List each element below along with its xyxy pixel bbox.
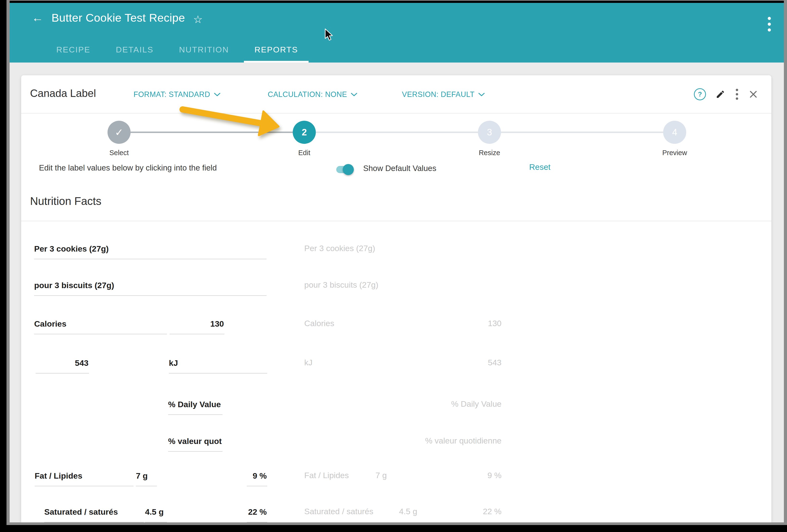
back-icon[interactable]: ← <box>32 12 43 24</box>
window-top-edge <box>9 1 784 3</box>
serving-en-input[interactable] <box>34 242 267 259</box>
toggle-label: Show Default Values <box>363 164 436 173</box>
report-title: Canada Label <box>30 87 96 99</box>
fat-dv-input[interactable] <box>247 469 267 486</box>
version-dropdown[interactable]: VERSION: DEFAULT <box>402 90 485 99</box>
satfat-amount-input[interactable] <box>145 506 167 523</box>
fat-dv-default: 9 % <box>334 470 502 480</box>
satfat-dv-default: 22 % <box>334 507 502 516</box>
kebab-icon[interactable] <box>735 88 739 101</box>
edit-hint-text: Edit the label values below by clicking … <box>39 163 217 172</box>
tab-recipe[interactable]: RECIPE <box>46 39 101 63</box>
canada-label-card: Canada Label FORMAT: STANDARD CALCULATIO… <box>21 75 771 523</box>
step-connector-3-4 <box>501 131 663 133</box>
daily-value-header-fr-input[interactable] <box>168 435 222 452</box>
calories-value-input[interactable] <box>170 317 225 334</box>
daily-value-header-en-input[interactable] <box>168 398 222 415</box>
mouse-cursor <box>324 28 334 42</box>
tab-details[interactable]: DETAILS <box>105 39 164 63</box>
section-title: Nutrition Facts <box>30 195 102 208</box>
card-header-icons: ? <box>694 88 758 101</box>
app-header: ← Butter Cookie Test Recipe ☆ RECIPE DET… <box>9 3 784 63</box>
header-kebab-icon[interactable] <box>766 15 772 33</box>
kj-label-default: kJ <box>304 358 313 367</box>
page-title: Butter Cookie Test Recipe <box>51 11 185 24</box>
calories-label-default: Calories <box>304 318 334 328</box>
tab-reports[interactable]: REPORTS <box>244 39 309 63</box>
tab-bar: RECIPE DETAILS NUTRITION REPORTS <box>46 39 309 63</box>
kj-label-input[interactable] <box>169 357 267 374</box>
step-4-preview-circle[interactable]: 4 <box>663 121 686 144</box>
screenshot-root: { "colors": { "header_teal": "#2aa2b0", … <box>0 0 787 532</box>
calories-label-input[interactable] <box>34 317 167 334</box>
app-window: ← Butter Cookie Test Recipe ☆ RECIPE DET… <box>9 3 784 523</box>
fat-amount-input[interactable] <box>136 469 157 486</box>
card-header: Canada Label FORMAT: STANDARD CALCULATIO… <box>21 75 771 113</box>
step-3-resize-circle[interactable]: 3 <box>478 121 501 144</box>
satfat-label-input[interactable] <box>44 506 144 523</box>
step-3-label: Resize <box>461 149 518 157</box>
tab-nutrition[interactable]: NUTRITION <box>168 39 239 63</box>
step-connector-2-3 <box>316 131 478 133</box>
title-row: ← Butter Cookie Test Recipe ☆ <box>32 11 203 24</box>
annotation-arrow <box>175 94 300 145</box>
calories-value-default: 130 <box>334 318 502 328</box>
section-divider <box>21 221 771 221</box>
step-2-label: Edit <box>275 149 333 157</box>
serving-en-default: Per 3 cookies (27g) <box>304 243 375 253</box>
close-icon[interactable] <box>749 90 758 99</box>
satfat-dv-input[interactable] <box>247 506 267 523</box>
step-1-select-circle[interactable]: ✓ <box>107 121 131 144</box>
serving-fr-default: pour 3 biscuits (27g) <box>304 280 378 290</box>
chevron-down-icon <box>351 92 357 97</box>
fat-label-input[interactable] <box>35 469 133 486</box>
daily-value-header-en-default: % Daily Value <box>334 399 502 409</box>
star-outline-icon[interactable]: ☆ <box>193 14 203 25</box>
daily-value-header-fr-default: % valeur quotidienne <box>334 436 502 445</box>
help-icon[interactable]: ? <box>694 88 706 100</box>
serving-fr-input[interactable] <box>34 279 267 296</box>
step-1-label: Select <box>90 149 148 157</box>
show-default-values-toggle[interactable] <box>336 166 353 173</box>
pencil-icon[interactable] <box>716 89 725 99</box>
step-4-label: Preview <box>646 149 704 157</box>
window-frame: ← Butter Cookie Test Recipe ☆ RECIPE DET… <box>6 0 787 525</box>
chevron-down-icon <box>478 92 485 97</box>
reset-button[interactable]: Reset <box>529 162 551 172</box>
kj-value-default: 543 <box>334 358 502 367</box>
toggle-thumb[interactable] <box>343 164 354 175</box>
kj-value-input[interactable] <box>36 357 89 374</box>
